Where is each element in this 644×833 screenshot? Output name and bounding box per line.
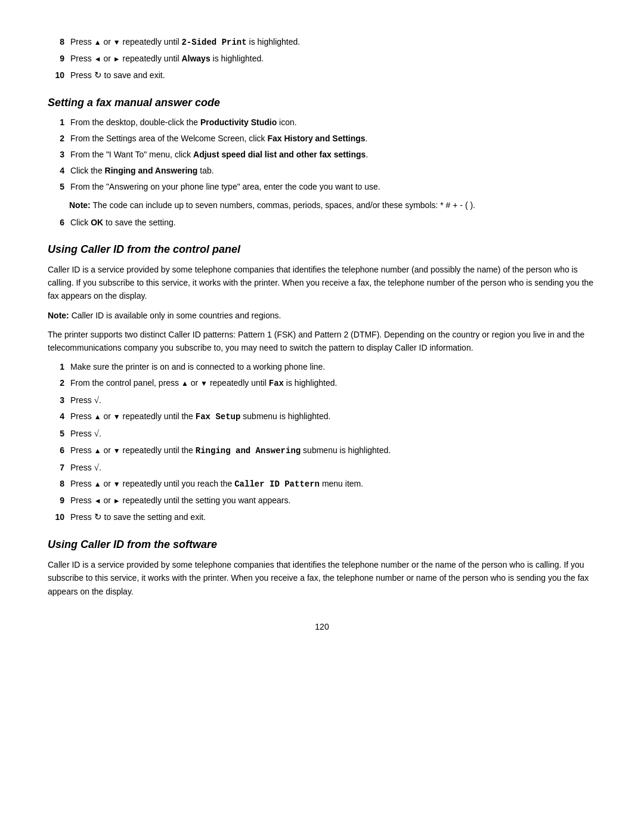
- section4-body: Caller ID is a service provided by some …: [48, 558, 596, 598]
- arrow-down-icon-4: [113, 411, 120, 421]
- top-steps-list: 8 Press or repeatedly until 2-Sided Prin…: [48, 36, 596, 82]
- section2-step-4: 4 Click the Ringing and Answering tab.: [48, 165, 596, 177]
- section2-step-1: 1 From the desktop, double-click the Pro…: [48, 116, 596, 129]
- section3-step-10: 10 Press ↻ to save the setting and exit.: [48, 510, 596, 524]
- fax-code: Fax: [269, 379, 284, 388]
- arrow-right-icon: [113, 54, 120, 63]
- section2-step-3: 3 From the "I Want To" menu, click Adjus…: [48, 148, 596, 161]
- back-icon-10: ↻: [94, 512, 102, 522]
- arrow-left-icon-9: [94, 496, 101, 505]
- section3-step-9: 9 Press or repeatedly until the setting …: [48, 494, 596, 507]
- productivity-studio-label: Productivity Studio: [200, 117, 277, 127]
- section2-heading: Setting a fax manual answer code: [48, 97, 596, 109]
- code-2sided: 2-Sided Print: [181, 38, 246, 47]
- arrow-up-icon: [94, 37, 101, 47]
- section3-step-2: 2 From the control panel, press or repea…: [48, 377, 596, 390]
- arrow-right-icon-9: [113, 496, 120, 505]
- section3-step-3: 3 Press √.: [48, 394, 596, 407]
- arrow-down-icon-6: [113, 445, 120, 455]
- ringing-answering-tab-label: Ringing and Answering: [105, 166, 198, 175]
- section3-step-8: 8 Press or repeatedly until you reach th…: [48, 478, 596, 491]
- arrow-up-icon-2: [181, 378, 188, 388]
- arrow-up-icon-4: [94, 411, 101, 421]
- section2-step-2: 2 From the Settings area of the Welcome …: [48, 132, 596, 145]
- step-9-top: 9 Press or repeatedly until Always is hi…: [48, 52, 596, 65]
- back-icon: ↻: [94, 70, 102, 80]
- ok-label: OK: [91, 218, 103, 227]
- section3-note-block: Note: Caller ID is available only in som…: [48, 309, 596, 322]
- section2-step6-list: 6 Click OK to save the setting.: [48, 216, 596, 229]
- section3-steps-list: 1 Make sure the printer is on and is con…: [48, 361, 596, 524]
- section3-heading: Using Caller ID from the control panel: [48, 243, 596, 256]
- section2-note: Note: The code can include up to seven n…: [69, 199, 596, 212]
- section3-body2: The printer supports two distinct Caller…: [48, 328, 596, 355]
- fax-setup-code: Fax Setup: [196, 412, 241, 422]
- section2-step-6: 6 Click OK to save the setting.: [48, 216, 596, 229]
- section2-step-5: 5 From the "Answering on your phone line…: [48, 181, 596, 193]
- section4-heading: Using Caller ID from the software: [48, 538, 596, 551]
- section3-step-5: 5 Press √.: [48, 427, 596, 441]
- step-8-top: 8 Press or repeatedly until 2-Sided Prin…: [48, 36, 596, 49]
- ringing-answering-code: Ringing and Answering: [196, 446, 301, 456]
- checkmark-icon-3: √: [94, 395, 99, 405]
- arrow-down-icon: [113, 37, 120, 47]
- checkmark-icon-7: √: [94, 463, 99, 472]
- arrow-down-icon-2: [200, 378, 208, 388]
- section3-step-7: 7 Press √.: [48, 461, 596, 475]
- section3-body1: Caller ID is a service provided by some …: [48, 263, 596, 303]
- arrow-up-icon-8: [94, 479, 101, 488]
- arrow-up-icon-6: [94, 445, 101, 455]
- step-10-top: 10 Press ↻ to save and exit.: [48, 69, 596, 82]
- section3-step-1: 1 Make sure the printer is on and is con…: [48, 361, 596, 373]
- section2-steps-list: 1 From the desktop, double-click the Pro…: [48, 116, 596, 193]
- section3-step-4: 4 Press or repeatedly until the Fax Setu…: [48, 410, 596, 423]
- arrow-down-icon-8: [113, 479, 120, 488]
- adjust-speed-dial-label: Adjust speed dial list and other fax set…: [193, 150, 366, 159]
- section3-step-6: 6 Press or repeatedly until the Ringing …: [48, 444, 596, 457]
- always-text: Always: [181, 54, 210, 63]
- arrow-left-icon: [94, 54, 101, 63]
- caller-id-pattern-code: Caller ID Pattern: [234, 479, 320, 489]
- page-number: 120: [48, 622, 596, 631]
- checkmark-icon-5: √: [94, 429, 99, 438]
- fax-history-label: Fax History and Settings: [267, 134, 365, 143]
